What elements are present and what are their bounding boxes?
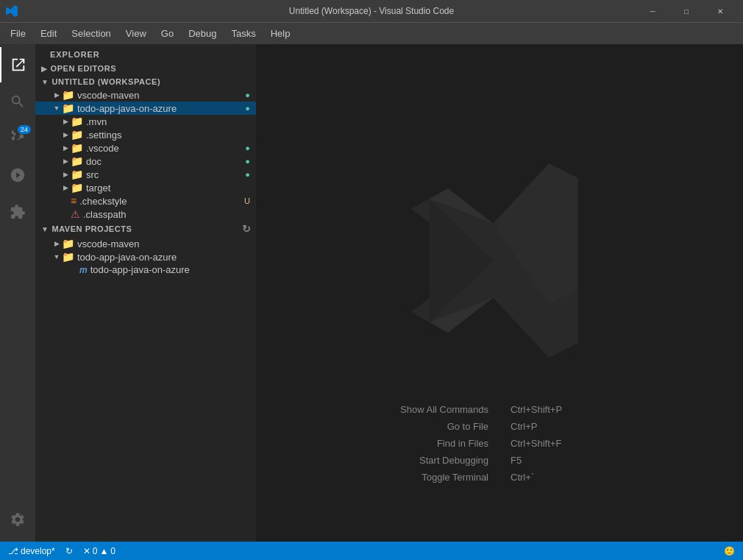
- folder-icon-target: 📁: [71, 182, 83, 194]
- maven-item-todo-app[interactable]: ▼ 📁 todo-app-java-on-azure: [35, 250, 256, 263]
- tree-item-vscode-maven[interactable]: ▶ 📁 vscode-maven ●: [35, 88, 256, 102]
- vscode-folder-label: .vscode: [86, 143, 245, 154]
- maven-todo-arrow: ▼: [51, 253, 62, 260]
- maven-item-vscode-maven[interactable]: ▶ 📁 vscode-maven: [35, 237, 256, 250]
- workspace-section[interactable]: ▼ UNTITLED (WORKSPACE): [35, 75, 256, 88]
- editor-area: Show All Commands Ctrl+Shift+P Go to Fil…: [256, 44, 743, 542]
- vscode-logo: [397, 157, 602, 366]
- menu-view[interactable]: View: [118, 25, 154, 42]
- doc-label: doc: [86, 156, 245, 167]
- tree-item-settings[interactable]: ▶ 📁 .settings: [35, 128, 256, 141]
- vscode-maven-badge: ●: [245, 91, 250, 99]
- shortcut-row-start-debug: Start Debugging F5: [389, 455, 610, 466]
- app-icon: [6, 5, 18, 17]
- sync-icon: ↻: [65, 546, 73, 556]
- maven-vscode-arrow: ▶: [51, 240, 62, 247]
- menu-bar: File Edit Selection View Go Debug Tasks …: [0, 22, 743, 44]
- smiley-icon: 🙂: [724, 546, 735, 556]
- tree-item-target[interactable]: ▶ 📁 target: [35, 181, 256, 194]
- settings-label: .settings: [86, 130, 256, 141]
- settings-arrow: ▶: [60, 131, 71, 138]
- checkstyle-label: .checkstyle: [79, 196, 244, 207]
- mvn-label: .mvn: [86, 116, 256, 127]
- workspace-arrow: ▼: [41, 78, 49, 86]
- folder-icon-vscode: 📁: [71, 142, 83, 154]
- sidebar-title: Explorer: [35, 44, 256, 62]
- find-files-key: Ctrl+Shift+F: [511, 438, 610, 449]
- maximize-button[interactable]: □: [669, 0, 703, 22]
- tree-item-checkstyle[interactable]: ≡ .checkstyle U: [35, 194, 256, 208]
- settings-activity-icon[interactable]: [0, 502, 35, 537]
- maven-vscode-maven-label: vscode-maven: [77, 238, 256, 249]
- tree-item-src[interactable]: ▶ 📁 src ●: [35, 168, 256, 181]
- doc-badge: ●: [245, 157, 250, 166]
- maven-section[interactable]: ▼ MAVEN PROJECTS ↻: [35, 221, 256, 237]
- shortcuts-panel: Show All Commands Ctrl+Shift+P Go to Fil…: [389, 404, 610, 483]
- workspace-label: UNTITLED (WORKSPACE): [51, 77, 160, 86]
- tree-item-vscode[interactable]: ▶ 📁 .vscode ●: [35, 141, 256, 155]
- warning-count: 0: [110, 546, 115, 556]
- scm-activity-icon[interactable]: 24: [0, 121, 35, 156]
- maven-icon: m: [79, 265, 88, 275]
- checkstyle-icon: ≡: [71, 195, 77, 207]
- scm-badge: 24: [18, 125, 31, 134]
- menu-go[interactable]: Go: [154, 25, 181, 42]
- close-button[interactable]: ✕: [703, 0, 737, 22]
- maven-refresh-button[interactable]: ↻: [242, 223, 252, 235]
- branch-name: develop*: [21, 546, 55, 556]
- todo-app-label: todo-app-java-on-azure: [77, 103, 245, 114]
- maven-item-todo-app-child[interactable]: m todo-app-java-on-azure: [35, 263, 256, 276]
- mvn-arrow: ▶: [60, 118, 71, 125]
- shortcut-row-find-files: Find in Files Ctrl+Shift+F: [389, 438, 610, 449]
- toggle-terminal-key: Ctrl+`: [511, 472, 610, 483]
- start-debugging-label: Start Debugging: [389, 455, 488, 466]
- find-files-label: Find in Files: [389, 438, 488, 449]
- extensions-activity-icon[interactable]: [0, 194, 35, 230]
- shortcut-row-toggle-terminal: Toggle Terminal Ctrl+`: [389, 472, 610, 483]
- src-badge: ●: [245, 170, 250, 179]
- menu-selection[interactable]: Selection: [64, 25, 118, 42]
- errors-status[interactable]: ✕ 0 ▲ 0: [79, 542, 119, 560]
- debug-activity-icon[interactable]: [0, 157, 35, 193]
- shortcut-row-all-commands: Show All Commands Ctrl+Shift+P: [389, 404, 610, 415]
- shortcut-row-goto-file: Go to File Ctrl+P: [389, 421, 610, 432]
- maven-folder-icon: 📁: [62, 238, 74, 249]
- folder-icon-src: 📁: [71, 169, 83, 180]
- status-bar: ⎇ develop* ↻ ✕ 0 ▲ 0 🙂: [0, 542, 743, 560]
- open-editors-section[interactable]: ▶ OPEN EDITORS: [35, 62, 256, 75]
- menu-help[interactable]: Help: [263, 25, 298, 42]
- menu-tasks[interactable]: Tasks: [224, 25, 263, 42]
- folder-icon-todo: 📁: [62, 102, 74, 114]
- classpath-label: .classpath: [83, 209, 256, 220]
- minimize-button[interactable]: ─: [636, 0, 669, 22]
- classpath-icon: ⚠: [71, 208, 80, 220]
- tree-item-classpath[interactable]: ⚠ .classpath: [35, 208, 256, 221]
- maven-label: MAVEN PROJECTS: [51, 224, 132, 233]
- toggle-terminal-label: Toggle Terminal: [389, 472, 488, 483]
- vscode-folder-badge: ●: [245, 143, 250, 152]
- tree-item-doc[interactable]: ▶ 📁 doc ●: [35, 155, 256, 168]
- tree-item-mvn[interactable]: ▶ 📁 .mvn: [35, 115, 256, 128]
- warning-icon: ▲: [99, 546, 108, 556]
- git-branch-icon: ⎇: [8, 546, 18, 556]
- smiley-status[interactable]: 🙂: [720, 542, 739, 560]
- tree-item-todo-app[interactable]: ▼ 📁 todo-app-java-on-azure ●: [35, 102, 256, 115]
- todo-app-badge: ●: [245, 104, 250, 113]
- menu-edit[interactable]: Edit: [33, 25, 64, 42]
- open-editors-label: OPEN EDITORS: [51, 64, 117, 73]
- title-text: Untitled (Workspace) - Visual Studio Cod…: [0, 6, 743, 16]
- target-arrow: ▶: [60, 184, 71, 191]
- sidebar: Explorer ▶ OPEN EDITORS ▼ UNTITLED (WORK…: [35, 44, 256, 542]
- menu-debug[interactable]: Debug: [181, 25, 224, 42]
- error-icon: ✕: [83, 546, 90, 556]
- explorer-activity-icon[interactable]: [0, 47, 35, 82]
- sync-status[interactable]: ↻: [62, 542, 77, 560]
- activity-bar: 24: [0, 44, 35, 542]
- search-activity-icon[interactable]: [0, 84, 35, 119]
- main-layout: 24 Explorer ▶ OPEN EDITORS ▼ UN: [0, 44, 743, 542]
- checkstyle-badge: U: [244, 196, 250, 205]
- vscode-maven-arrow: ▶: [51, 91, 62, 99]
- menu-file[interactable]: File: [3, 25, 33, 42]
- branch-status[interactable]: ⎇ develop*: [4, 542, 59, 560]
- folder-icon-settings: 📁: [71, 129, 83, 141]
